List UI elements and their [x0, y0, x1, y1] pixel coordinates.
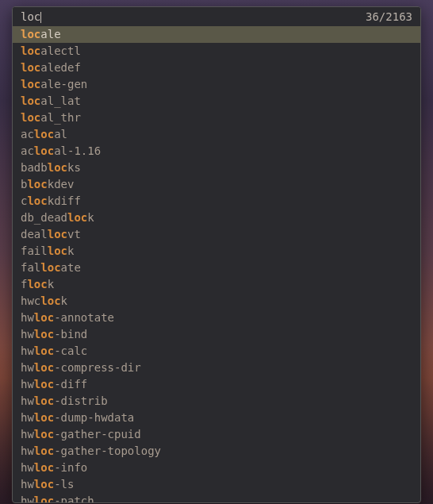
match-highlight: loc: [34, 428, 54, 441]
match-highlight: loc: [48, 161, 67, 174]
match-highlight: loc: [34, 378, 54, 391]
result-item[interactable]: hwloc-dump-hwdata: [13, 410, 420, 426]
match-highlight: loc: [48, 228, 67, 240]
fuzzy-finder: loc 36/2163 localelocalectllocaledefloca…: [12, 6, 421, 503]
result-item[interactable]: db_deadlock: [13, 210, 420, 226]
match-highlight: loc: [34, 461, 54, 474]
results-list[interactable]: localelocalectllocaledeflocale-genlocal_…: [13, 26, 420, 502]
result-item[interactable]: local_lat: [13, 93, 420, 110]
result-item[interactable]: localectl: [13, 43, 420, 60]
match-highlight: loc: [67, 211, 87, 224]
result-item[interactable]: fallocate: [13, 260, 420, 276]
result-item[interactable]: hwloc-patch: [13, 493, 420, 503]
result-item[interactable]: faillock: [13, 243, 420, 260]
result-item[interactable]: locale: [13, 26, 420, 43]
match-highlight: loc: [21, 94, 40, 107]
match-highlight: loc: [34, 494, 54, 503]
result-item[interactable]: localedef: [13, 60, 420, 76]
result-item[interactable]: aclocal: [13, 126, 420, 143]
match-count: 36/2163: [366, 10, 412, 23]
match-highlight: loc: [21, 28, 40, 40]
match-highlight: loc: [40, 294, 60, 307]
result-item[interactable]: hwloc-compress-dir: [13, 360, 420, 376]
match-highlight: loc: [34, 144, 54, 157]
cursor: [40, 12, 41, 23]
match-highlight: loc: [21, 78, 40, 90]
search-query-text: loc: [21, 10, 40, 23]
result-item[interactable]: aclocal-1.16: [13, 143, 420, 160]
result-item[interactable]: local_thr: [13, 110, 420, 126]
result-item[interactable]: hwloc-distrib: [13, 393, 420, 410]
result-item[interactable]: badblocks: [13, 160, 420, 176]
match-highlight: loc: [40, 261, 60, 274]
result-item[interactable]: hwloc-info: [13, 460, 420, 476]
match-highlight: loc: [34, 328, 54, 340]
match-highlight: loc: [34, 128, 54, 140]
match-highlight: loc: [34, 344, 54, 357]
result-item[interactable]: hwloc-gather-cpuid: [13, 426, 420, 443]
result-item[interactable]: deallocvt: [13, 226, 420, 243]
match-highlight: loc: [27, 194, 47, 207]
result-item[interactable]: locale-gen: [13, 76, 420, 93]
match-highlight: loc: [21, 44, 40, 57]
result-item[interactable]: hwclock: [13, 293, 420, 310]
match-highlight: loc: [34, 444, 54, 457]
result-item[interactable]: blockdev: [13, 176, 420, 193]
match-highlight: loc: [21, 111, 40, 124]
match-highlight: loc: [34, 311, 54, 324]
match-highlight: loc: [21, 61, 40, 74]
match-highlight: loc: [27, 178, 47, 190]
result-item[interactable]: hwloc-gather-topology: [13, 443, 420, 460]
result-item[interactable]: clockdiff: [13, 193, 420, 210]
match-highlight: loc: [34, 411, 54, 424]
match-highlight: loc: [34, 361, 54, 374]
match-highlight: loc: [34, 478, 54, 491]
match-highlight: loc: [48, 244, 67, 257]
result-item[interactable]: hwloc-calc: [13, 343, 420, 360]
match-highlight: loc: [27, 278, 47, 290]
result-item[interactable]: flock: [13, 276, 420, 293]
result-item[interactable]: hwloc-ls: [13, 476, 420, 493]
result-item[interactable]: hwloc-bind: [13, 326, 420, 343]
match-highlight: loc: [34, 394, 54, 407]
result-item[interactable]: hwloc-annotate: [13, 310, 420, 326]
search-row: loc 36/2163: [13, 7, 420, 26]
search-input[interactable]: loc: [21, 10, 366, 23]
result-item[interactable]: hwloc-diff: [13, 376, 420, 393]
